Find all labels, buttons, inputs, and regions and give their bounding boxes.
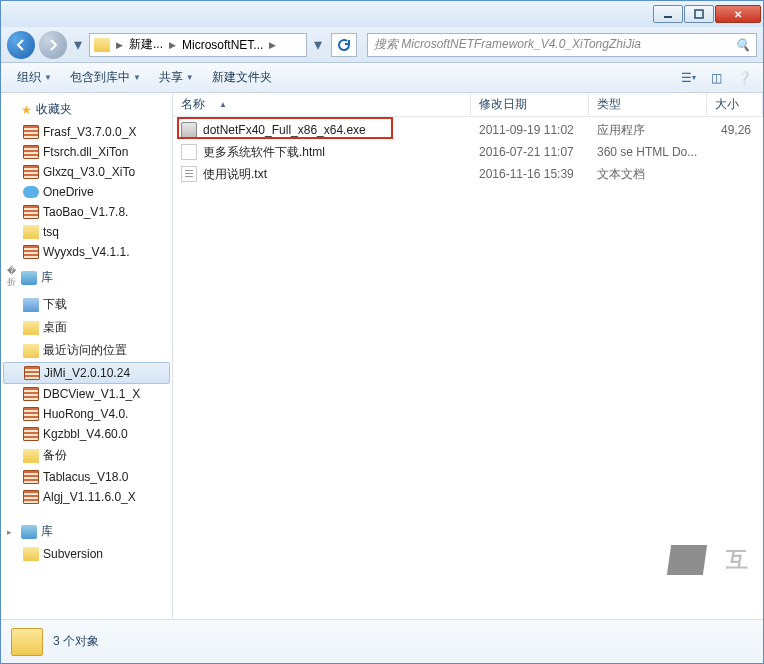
archive-icon (23, 125, 39, 139)
file-row[interactable]: 使用说明.txt 2016-11-16 15:39 文本文档 (173, 163, 763, 185)
archive-icon (24, 366, 40, 380)
sidebar-item-label: Tablacus_V18.0 (43, 470, 128, 484)
file-type: 360 se HTML Do... (589, 145, 707, 159)
sidebar-item[interactable]: 下载 (1, 293, 172, 316)
search-input[interactable]: 搜索 MicrosoftNETFramework_V4.0_XiTongZhiJ… (367, 33, 757, 57)
svg-rect-1 (695, 10, 703, 18)
addr-dropdown[interactable]: ▾ (311, 35, 325, 55)
sidebar-item-label: Glxzq_V3.0_XiTo (43, 165, 135, 179)
column-headers: 名称▲ 修改日期 类型 大小 (173, 93, 763, 117)
sidebar-item[interactable]: DBCView_V1.1_X (1, 384, 172, 404)
watermark-text: 互 (726, 545, 749, 575)
sidebar-item-label: Frasf_V3.7.0.0_X (43, 125, 136, 139)
status-count: 3 个对象 (53, 633, 99, 650)
sidebar-item[interactable]: Wyyxds_V4.1.1. (1, 242, 172, 262)
svg-rect-0 (664, 16, 672, 18)
file-type: 应用程序 (589, 122, 707, 139)
sidebar-item[interactable]: Ftsrch.dll_XiTon (1, 142, 172, 162)
sidebar-item[interactable]: Frasf_V3.7.0.0_X (1, 122, 172, 142)
col-size-header[interactable]: 大小 (707, 93, 763, 116)
archive-icon (23, 407, 39, 421)
sidebar-item-label: Subversion (43, 547, 103, 561)
sidebar-group-header[interactable]: ★收藏夹 (1, 97, 172, 122)
library-icon (21, 525, 37, 539)
maximize-button[interactable] (684, 5, 714, 23)
sidebar-item-label: OneDrive (43, 185, 94, 199)
sidebar-item-label: DBCView_V1.1_X (43, 387, 140, 401)
sidebar-item[interactable]: tsq (1, 222, 172, 242)
toolbar: 组织▼ 包含到库中▼ 共享▼ 新建文件夹 ☰▾ ◫ ❔ (1, 63, 763, 93)
new-folder-button[interactable]: 新建文件夹 (204, 66, 280, 89)
organize-button[interactable]: 组织▼ (9, 66, 60, 89)
view-options-button[interactable]: ☰▾ (677, 67, 699, 89)
sidebar-item[interactable]: 备份 (1, 444, 172, 467)
file-row[interactable]: dotNetFx40_Full_x86_x64.exe 2011-09-19 1… (173, 119, 763, 141)
file-date: 2011-09-19 11:02 (471, 123, 589, 137)
sidebar-item[interactable]: 最近访问的位置 (1, 339, 172, 362)
breadcrumb-item[interactable]: MicrosoftNET... (178, 34, 267, 56)
sidebar-item[interactable]: Algj_V1.11.6.0_X (1, 487, 172, 507)
archive-icon (23, 145, 39, 159)
cloud-icon (23, 186, 39, 198)
back-button[interactable] (7, 31, 35, 59)
col-type-header[interactable]: 类型 (589, 93, 707, 116)
sidebar-item[interactable]: HuoRong_V4.0. (1, 404, 172, 424)
archive-icon (23, 387, 39, 401)
sidebar-item-label: 桌面 (43, 319, 67, 336)
star-icon: ★ (21, 103, 32, 117)
sidebar-item-label: HuoRong_V4.0. (43, 407, 128, 421)
library-icon (21, 271, 37, 285)
sidebar-item-label: tsq (43, 225, 59, 239)
txt-file-icon (181, 166, 197, 182)
col-name-header[interactable]: 名称▲ (173, 93, 471, 116)
col-date-header[interactable]: 修改日期 (471, 93, 589, 116)
sidebar-item-label: 最近访问的位置 (43, 342, 127, 359)
sidebar-item[interactable]: Kgzbbl_V4.60.0 (1, 424, 172, 444)
sidebar-item[interactable]: 桌面 (1, 316, 172, 339)
folder-icon (23, 344, 39, 358)
sidebar-item[interactable]: Subversion (1, 544, 172, 564)
sidebar-item[interactable]: JiMi_V2.0.10.24 (3, 362, 170, 384)
sidebar-item-label: 下载 (43, 296, 67, 313)
sidebar-item-label: 备份 (43, 447, 67, 464)
sidebar-item-label: Kgzbbl_V4.60.0 (43, 427, 128, 441)
file-list-pane: 名称▲ 修改日期 类型 大小 dotNetFx40_Full_x86_x64.e… (173, 93, 763, 619)
sidebar-group-header[interactable]: ▸库 (1, 519, 172, 544)
sort-indicator-icon: ▲ (219, 100, 227, 109)
blue-icon (23, 298, 39, 312)
exe-file-icon (181, 122, 197, 138)
close-button[interactable]: ✕ (715, 5, 761, 23)
breadcrumb-item[interactable]: 新建... (125, 34, 167, 56)
sidebar-item[interactable]: Glxzq_V3.0_XiTo (1, 162, 172, 182)
archive-icon (23, 205, 39, 219)
titlebar: ✕ (1, 1, 763, 27)
folder-icon (23, 225, 39, 239)
refresh-button[interactable] (331, 33, 357, 57)
watermark-shape (667, 545, 707, 575)
sidebar-group-header[interactable]: �折库 (1, 262, 172, 293)
folder-icon (23, 547, 39, 561)
file-row[interactable]: 更多系统软件下载.html 2016-07-21 11:07 360 se HT… (173, 141, 763, 163)
help-button[interactable]: ❔ (733, 67, 755, 89)
file-name: 更多系统软件下载.html (203, 144, 325, 161)
file-type: 文本文档 (589, 166, 707, 183)
forward-button[interactable] (39, 31, 67, 59)
address-bar[interactable]: ▶ 新建... ▶ MicrosoftNET... ▶ (89, 33, 307, 57)
sidebar-item[interactable]: Tablacus_V18.0 (1, 467, 172, 487)
folder-icon (94, 38, 110, 52)
sidebar-item-label: TaoBao_V1.7.8. (43, 205, 128, 219)
archive-icon (23, 245, 39, 259)
sidebar-item[interactable]: OneDrive (1, 182, 172, 202)
share-button[interactable]: 共享▼ (151, 66, 202, 89)
folder-icon (11, 628, 43, 656)
preview-pane-button[interactable]: ◫ (705, 67, 727, 89)
sidebar-item-label: JiMi_V2.0.10.24 (44, 366, 130, 380)
sidebar-item-label: Ftsrch.dll_XiTon (43, 145, 128, 159)
minimize-button[interactable] (653, 5, 683, 23)
history-dropdown[interactable]: ▾ (71, 35, 85, 55)
sidebar: ★收藏夹Frasf_V3.7.0.0_XFtsrch.dll_XiTonGlxz… (1, 93, 173, 619)
file-name: 使用说明.txt (203, 166, 267, 183)
include-library-button[interactable]: 包含到库中▼ (62, 66, 149, 89)
sidebar-item-label: Wyyxds_V4.1.1. (43, 245, 130, 259)
sidebar-item[interactable]: TaoBao_V1.7.8. (1, 202, 172, 222)
